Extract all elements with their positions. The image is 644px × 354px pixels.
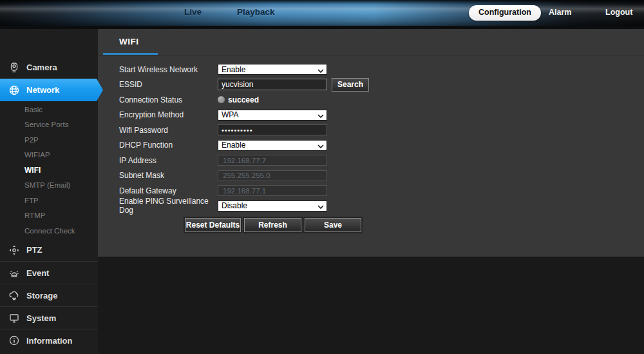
nav-playback[interactable]: Playback <box>237 7 275 17</box>
sidebar-item-event[interactable]: Event <box>0 261 98 284</box>
camera-icon <box>8 61 21 74</box>
sidebar-item-wifi[interactable]: WIFI <box>24 162 95 178</box>
tab-wifi[interactable]: WIFI <box>119 37 139 46</box>
selected-value: WPA <box>222 111 238 119</box>
sidebar-item-ptz[interactable]: PTZ <box>0 239 98 261</box>
ping-surveillance-dog-select[interactable]: Disable <box>218 201 327 211</box>
essid-input[interactable] <box>218 79 327 90</box>
sidebar-item-label: Information <box>26 336 73 346</box>
sidebar-item-label: Network <box>26 85 59 95</box>
selected-value: Enable <box>222 66 245 74</box>
connection-status-value: succeed <box>228 95 259 104</box>
sidebar-item-label: PTZ <box>26 245 43 255</box>
sidebar-item-rtmp[interactable]: RTMP <box>24 208 95 223</box>
alarm-lamp-icon <box>8 266 21 279</box>
info-icon <box>8 334 21 347</box>
field-label: ESSID <box>119 80 218 89</box>
sidebar-item-camera[interactable]: Camera <box>0 56 98 79</box>
field-label: Connection Status <box>119 95 218 104</box>
nav-alarm[interactable]: Alarm <box>549 8 571 17</box>
refresh-button[interactable]: Refresh <box>244 218 301 232</box>
form-row-subnet-mask: Subnet Mask <box>119 168 369 184</box>
selected-value: Enable <box>222 141 245 149</box>
tab-divider <box>98 55 644 55</box>
sidebar-item-connect-check[interactable]: Connect Check <box>24 223 95 239</box>
chevron-down-icon <box>317 64 324 75</box>
chevron-down-icon <box>317 139 324 151</box>
sidebar-item-wifiap[interactable]: WIFIAP <box>24 147 95 162</box>
field-label: Wifi Password <box>119 126 218 135</box>
start-wireless-network-select[interactable]: Enable <box>218 64 327 75</box>
chevron-down-icon <box>317 200 324 211</box>
sidebar-item-network[interactable]: Network <box>0 79 103 101</box>
field-label: Subnet Mask <box>119 171 218 180</box>
monitor-icon <box>8 311 21 324</box>
sidebar-item-storage[interactable]: Storage <box>0 284 98 306</box>
field-label: Default Gateway <box>119 186 218 195</box>
top-navigation-bar: Live Playback Configuration Alarm Logout <box>0 0 644 26</box>
form-row-essid: ESSID Search <box>119 77 369 93</box>
save-button[interactable]: Save <box>305 218 361 232</box>
sidebar-item-information[interactable]: Information <box>0 329 98 351</box>
form-row-default-gateway: Default Gateway <box>119 183 369 199</box>
sidebar-item-label: Storage <box>26 291 57 300</box>
default-gateway-input <box>218 185 327 196</box>
sidebar-item-label: Event <box>26 268 49 278</box>
nav-live[interactable]: Live <box>184 7 202 17</box>
field-label: Enable PING Surveillance Dog <box>119 197 218 215</box>
globe-icon <box>8 84 21 97</box>
cloud-icon <box>8 289 21 302</box>
sidebar-item-p2p[interactable]: P2P <box>24 132 95 148</box>
content-panel: WIFI Start Wireless Network Enable ESSID… <box>98 29 644 257</box>
sidebar-item-label: Camera <box>26 63 57 72</box>
field-label: IP Address <box>119 156 218 165</box>
form-row-connection-status: Connection Status succeed <box>119 92 369 108</box>
wifi-password-input[interactable] <box>218 124 327 135</box>
reset-defaults-button[interactable]: Reset Defaults <box>185 218 241 232</box>
field-label: Encryption Method <box>119 110 218 119</box>
nav-configuration[interactable]: Configuration <box>469 5 541 21</box>
dhcp-function-select[interactable]: Enable <box>218 140 327 151</box>
status-dot-icon <box>218 96 225 103</box>
form-actions: Reset Defaults Refresh Save <box>185 218 361 232</box>
sidebar-item-ftp[interactable]: FTP <box>24 193 95 208</box>
selected-value: Disable <box>222 202 247 210</box>
ptz-icon <box>8 244 21 257</box>
sidebar: Camera Network Basic Service Ports P2P W… <box>0 29 98 354</box>
form-row-start-wireless-network: Start Wireless Network Enable <box>119 62 369 77</box>
sidebar-item-smtp-email[interactable]: SMTP (Email) <box>24 177 95 193</box>
form-row-wifi-password: Wifi Password <box>119 123 369 138</box>
wifi-settings-form: Start Wireless Network Enable ESSID Sear… <box>119 62 369 213</box>
search-button[interactable]: Search <box>332 78 369 92</box>
sidebar-item-label: System <box>26 313 56 323</box>
chevron-down-icon <box>317 109 324 121</box>
form-row-dhcp-function: DHCP Function Enable <box>119 138 369 153</box>
sidebar-item-basic[interactable]: Basic <box>24 102 95 117</box>
sidebar-item-service-ports[interactable]: Service Ports <box>24 117 95 132</box>
sidebar-item-system[interactable]: System <box>0 306 98 329</box>
field-label: DHCP Function <box>119 141 218 150</box>
logout-button[interactable]: Logout <box>605 8 632 17</box>
form-row-ip-address: IP Address <box>119 153 369 168</box>
form-row-ping-surveillance-dog: Enable PING Surveillance Dog Disable <box>119 199 369 214</box>
ip-address-input <box>218 155 327 166</box>
form-row-encryption-method: Encryption Method WPA <box>119 108 369 123</box>
field-label: Start Wireless Network <box>119 65 218 74</box>
encryption-method-select[interactable]: WPA <box>218 110 327 121</box>
subnet-mask-input <box>218 170 327 181</box>
